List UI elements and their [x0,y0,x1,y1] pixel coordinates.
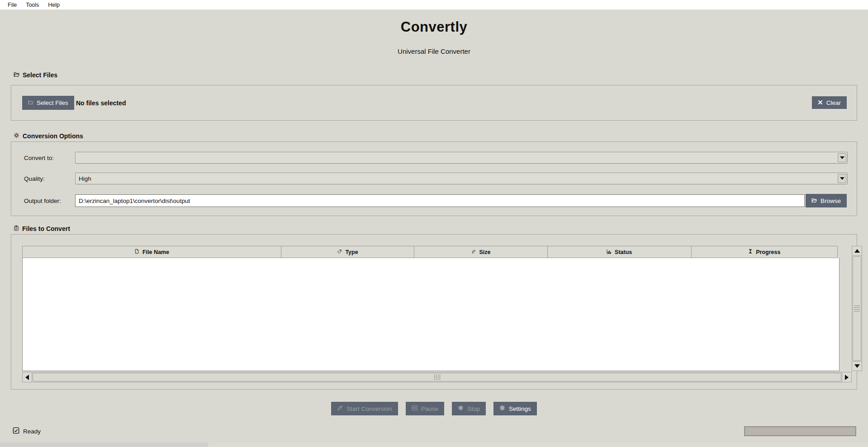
app-subtitle: Universal File Converter [0,47,868,55]
horizontal-scrollbar-thumb[interactable] [33,373,841,381]
quality-label: Quality: [24,173,45,184]
quality-dropdown-button[interactable] [838,174,846,183]
x-icon [818,99,823,106]
open-folder-icon [811,198,817,204]
column-header-label: Status [615,249,632,255]
select-files-button[interactable]: Select Files [22,96,74,110]
column-header-file-name[interactable]: File Name [22,246,281,258]
triangle-up-icon [854,249,860,253]
stop-label: Stop [467,405,480,412]
chevron-down-icon [840,177,844,180]
stop-icon [458,405,464,412]
convert-to-combobox[interactable] [75,152,848,164]
gear-icon [14,132,19,140]
grip-icon [854,306,860,311]
conversion-options-section-text: Conversion Options [23,132,83,140]
files-table: File Name Type Size Status [22,246,840,371]
column-header-label: Progress [756,249,780,255]
browse-button-label: Browse [821,198,841,204]
start-conversion-button[interactable]: Start Conversion [331,402,398,415]
triangle-left-icon [25,375,29,380]
settings-label: Settings [509,405,531,412]
column-header-status[interactable]: Status [547,246,692,258]
column-header-size[interactable]: Size [414,246,547,258]
select-files-section-label: Select Files [13,71,58,79]
menu-file[interactable]: File [3,1,21,9]
status-text: Ready [23,428,41,435]
menu-bar: File Tools Help [0,0,868,9]
triangle-down-icon [854,364,860,368]
conversion-options-groupbox: Convert to: Quality: High Output folder:… [11,141,857,216]
window-edge-right [208,442,868,447]
vertical-scrollbar[interactable] [852,246,862,371]
output-folder-label: Output folder: [24,194,61,207]
paperclip-icon [471,249,476,255]
menu-tools[interactable]: Tools [21,1,43,9]
start-conversion-label: Start Conversion [346,405,392,412]
folder-icon [28,99,33,106]
convert-to-dropdown-button[interactable] [838,153,846,162]
triangle-right-icon [845,375,849,380]
status-bar: Ready [13,427,41,435]
action-buttons-row: Start Conversion Pause Stop Settings [0,402,868,415]
window-edge-left [0,442,208,447]
horizontal-scrollbar[interactable] [22,372,852,382]
conversion-options-section-label: Conversion Options [13,132,84,140]
select-files-groupbox: Select Files No files selected Clear [11,85,857,121]
checkbox-checked-icon [13,427,19,435]
stop-button[interactable]: Stop [452,402,486,415]
rocket-icon [337,405,343,412]
files-to-convert-section-text: Files to Convert [22,225,70,232]
clear-button[interactable]: Clear [812,96,847,109]
files-status-text: No files selected [76,96,126,110]
quality-value: High [79,175,91,182]
output-folder-input[interactable] [75,194,805,207]
browse-button[interactable]: Browse [806,194,847,207]
scroll-up-button[interactable] [852,246,862,256]
quality-combobox[interactable]: High [75,173,848,184]
column-header-progress[interactable]: Progress [691,246,838,258]
open-folder-icon [14,71,19,79]
app-title: Convertly [0,19,868,35]
convert-to-label: Convert to: [24,152,54,164]
settings-button[interactable]: Settings [493,402,537,415]
pause-icon [412,405,417,412]
vertical-scrollbar-thumb[interactable] [853,256,861,361]
select-files-section-text: Select Files [23,71,57,79]
column-header-label: Type [345,249,358,255]
scroll-down-button[interactable] [852,361,862,371]
select-files-button-label: Select Files [37,99,68,106]
column-header-label: File Name [142,249,169,255]
grip-icon [434,374,440,380]
files-table-header: File Name Type Size Status [22,246,840,258]
bar-chart-icon [607,249,612,255]
hourglass-icon [748,249,753,255]
column-header-label: Size [479,249,490,255]
files-to-convert-groupbox: File Name Type Size Status [11,234,857,390]
column-header-type[interactable]: Type [281,246,414,258]
chevron-down-icon [840,156,844,159]
scroll-right-button[interactable] [842,372,851,382]
progress-bar [744,426,856,436]
document-icon [134,249,139,255]
tag-icon [337,249,342,255]
scroll-left-button[interactable] [23,372,32,382]
menu-help[interactable]: Help [43,1,64,9]
gear-icon [499,405,505,412]
clear-button-label: Clear [826,99,841,106]
pause-button[interactable]: Pause [406,402,444,415]
files-table-body[interactable] [22,258,840,371]
clipboard-icon [14,225,19,232]
pause-label: Pause [421,405,438,412]
files-to-convert-section-label: Files to Convert [13,225,71,232]
